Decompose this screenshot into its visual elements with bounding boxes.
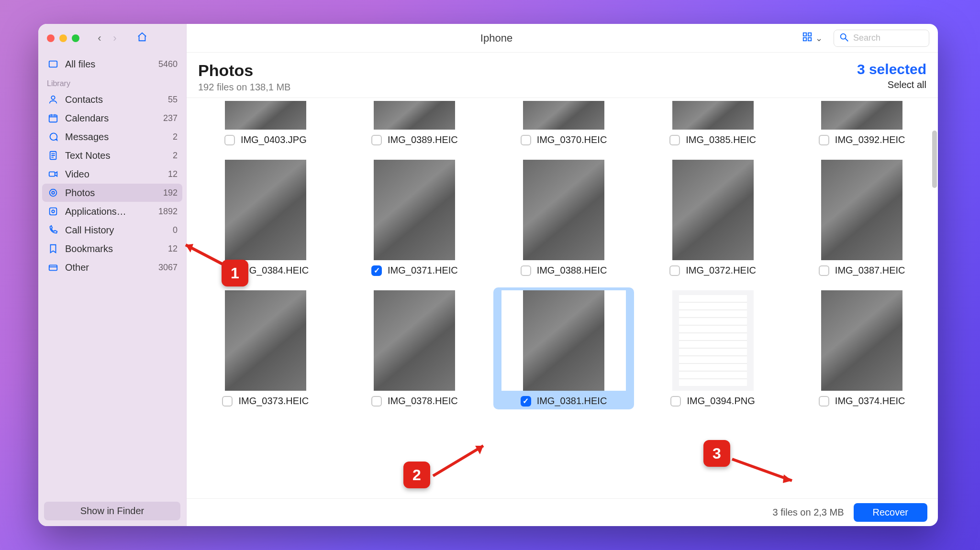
sidebar-item-label: Calendars: [65, 113, 163, 124]
photo-thumbnail[interactable]: [501, 101, 626, 130]
vertical-scrollbar[interactable]: [932, 131, 937, 188]
photo-thumbnail[interactable]: [651, 160, 775, 260]
thumbnail-image: [523, 160, 604, 260]
sidebar-item-label: Call History: [65, 225, 173, 236]
photo-filename: IMG_0384.HEIC: [238, 265, 309, 276]
photo-checkbox[interactable]: [371, 396, 382, 407]
photo-filename: IMG_0372.HEIC: [686, 265, 756, 276]
minimize-window-button[interactable]: [59, 34, 67, 42]
sidebar-item-photos[interactable]: Photos192: [42, 184, 182, 202]
photo-cell[interactable]: IMG_0371.HEIC: [345, 157, 485, 279]
annotation-arrow-3: [727, 454, 804, 495]
svg-point-6: [50, 189, 57, 197]
search-box[interactable]: [834, 30, 929, 47]
all-files-icon: [47, 58, 59, 70]
show-in-finder-button[interactable]: Show in Finder: [44, 502, 180, 520]
photo-checkbox[interactable]: [521, 265, 531, 276]
photo-checkbox[interactable]: [521, 396, 531, 407]
photo-cell[interactable]: IMG_0373.HEIC: [195, 287, 336, 409]
svg-point-14: [841, 33, 846, 39]
photo-checkbox[interactable]: [819, 396, 829, 407]
photo-thumbnail[interactable]: [651, 290, 775, 391]
main-panel: Iphone ⌄ Photos 192 files: [187, 24, 938, 526]
photo-thumbnail[interactable]: [651, 101, 775, 130]
photo-thumbnail[interactable]: [800, 101, 924, 130]
photo-caption-row: IMG_0403.JPG: [224, 134, 307, 145]
calendar-icon: [47, 112, 59, 124]
photo-checkbox[interactable]: [371, 135, 382, 145]
sidebar-item-count: 192: [163, 188, 178, 198]
thumbnail-image: [374, 101, 455, 130]
photo-cell[interactable]: IMG_0387.HEIC: [791, 157, 932, 279]
sidebar-item-label: Video: [65, 169, 168, 180]
sidebar-section-header: Library: [42, 74, 182, 90]
search-input[interactable]: [853, 33, 924, 43]
sidebar-item-label: Contacts: [65, 94, 168, 105]
photo-thumbnail[interactable]: [800, 160, 924, 260]
photo-thumbnail[interactable]: [203, 290, 328, 391]
nav-forward-button[interactable]: ›: [108, 32, 122, 44]
photo-cell[interactable]: IMG_0388.HEIC: [493, 157, 634, 279]
select-all-button[interactable]: Select all: [857, 79, 926, 90]
maximize-window-button[interactable]: [72, 34, 79, 42]
sidebar-footer: Show in Finder: [38, 496, 186, 526]
photo-checkbox[interactable]: [669, 265, 680, 276]
photo-thumbnail[interactable]: [800, 290, 924, 391]
sidebar-item-count: 1892: [158, 207, 178, 217]
selected-count: 3 selected: [857, 61, 926, 77]
photo-caption-row: IMG_0372.HEIC: [669, 265, 756, 276]
photo-thumbnail[interactable]: [501, 160, 626, 260]
window-controls: [47, 34, 79, 42]
photo-checkbox[interactable]: [371, 265, 382, 276]
photo-cell[interactable]: IMG_0389.HEIC: [345, 98, 485, 148]
photo-checkbox[interactable]: [819, 265, 829, 276]
photo-cell[interactable]: IMG_0372.HEIC: [643, 157, 783, 279]
close-window-button[interactable]: [47, 34, 55, 42]
photo-grid-container[interactable]: IMG_0403.JPGIMG_0389.HEICIMG_0370.HEICIM…: [187, 98, 938, 498]
photo-thumbnail[interactable]: [352, 160, 477, 260]
photo-cell[interactable]: IMG_0403.JPG: [195, 98, 336, 148]
photo-checkbox[interactable]: [222, 396, 233, 407]
sidebar-item-contacts[interactable]: Contacts55: [42, 90, 182, 109]
sidebar-item-bookmarks[interactable]: Bookmarks12: [42, 240, 182, 258]
photo-checkbox[interactable]: [819, 135, 829, 145]
photo-cell[interactable]: IMG_0378.HEIC: [345, 287, 485, 409]
photo-cell[interactable]: IMG_0374.HEIC: [791, 287, 932, 409]
photo-checkbox[interactable]: [670, 396, 681, 407]
sidebar-item-count: 2: [173, 151, 178, 161]
photo-checkbox[interactable]: [521, 135, 531, 145]
sidebar-item-call-history[interactable]: Call History0: [42, 221, 182, 239]
sidebar-item-all-files[interactable]: All files 5460: [42, 55, 182, 73]
recover-button[interactable]: Recover: [854, 503, 927, 522]
sidebar-item-messages[interactable]: Messages2: [42, 128, 182, 146]
sidebar-item-label: Bookmarks: [65, 243, 168, 254]
photo-checkbox[interactable]: [669, 135, 680, 145]
photo-thumbnail[interactable]: [203, 101, 328, 130]
sidebar-item-label: All files: [65, 59, 158, 70]
photo-cell[interactable]: IMG_0394.PNG: [643, 287, 783, 409]
home-icon[interactable]: [137, 32, 147, 45]
photo-filename: IMG_0385.HEIC: [686, 134, 756, 145]
nav-back-button[interactable]: ‹: [93, 32, 106, 44]
photo-checkbox[interactable]: [224, 135, 235, 145]
svg-rect-9: [49, 265, 57, 270]
photo-thumbnail[interactable]: [352, 290, 477, 391]
sidebar-item-calendars[interactable]: Calendars237: [42, 109, 182, 127]
photo-filename: IMG_0373.HEIC: [238, 396, 309, 407]
photo-caption-row: IMG_0389.HEIC: [371, 134, 458, 145]
photo-caption-row: IMG_0370.HEIC: [521, 134, 607, 145]
photo-cell[interactable]: IMG_0392.HEIC: [791, 98, 932, 148]
photo-caption-row: IMG_0373.HEIC: [222, 396, 309, 407]
photo-cell[interactable]: IMG_0381.HEIC: [493, 287, 634, 409]
thumbnail-image: [821, 290, 902, 391]
photo-thumbnail[interactable]: [501, 290, 626, 391]
photo-thumbnail[interactable]: [352, 101, 477, 130]
photo-cell[interactable]: IMG_0385.HEIC: [643, 98, 783, 148]
sidebar-item-other[interactable]: Other3067: [42, 258, 182, 276]
view-mode-toggle[interactable]: ⌄: [798, 29, 827, 47]
sidebar-item-applications-[interactable]: Applications…1892: [42, 202, 182, 220]
sidebar-item-text-notes[interactable]: Text Notes2: [42, 146, 182, 165]
photo-cell[interactable]: IMG_0370.HEIC: [493, 98, 634, 148]
sidebar-item-count: 12: [168, 169, 178, 179]
sidebar-item-video[interactable]: Video12: [42, 165, 182, 183]
